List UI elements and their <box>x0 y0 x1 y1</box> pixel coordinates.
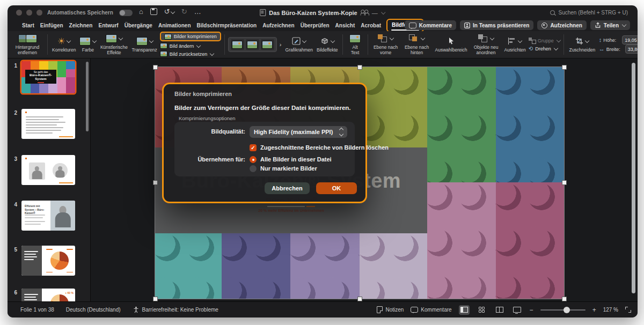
slide-thumbnail-5[interactable] <box>21 246 75 276</box>
home-icon[interactable]: ⌂ <box>139 8 143 16</box>
slide-thumbnail-4[interactable]: Effizient mit System – Büro-Kaizen® <box>21 201 75 231</box>
zoom-slider-knob[interactable] <box>564 307 570 313</box>
color-button[interactable]: Farbe <box>78 36 97 53</box>
picture-styles-gallery[interactable] <box>228 37 277 52</box>
language-selector[interactable]: Deutsch (Deutschland) <box>66 307 121 313</box>
ok-button[interactable]: OK <box>316 182 357 194</box>
artistic-effects-button[interactable]: Künstlerische Effekte <box>99 34 129 56</box>
selection-handle-bottom-middle[interactable] <box>357 297 362 301</box>
selection-handle-bottom-left[interactable] <box>153 297 158 301</box>
tab-uebergaenge[interactable]: Übergänge <box>124 21 153 29</box>
minimize-window-button[interactable] <box>26 10 32 16</box>
zoom-slider[interactable] <box>540 309 586 311</box>
picture-style-2[interactable] <box>246 39 259 50</box>
rotate-icon: ⟲ <box>529 46 533 51</box>
zoom-out-button[interactable]: − <box>530 306 533 314</box>
search-field[interactable]: Suchen (Befehl + STRG + U) <box>550 10 628 16</box>
panel-scrollbar[interactable] <box>86 62 89 131</box>
fit-slide-icon[interactable] <box>625 307 631 313</box>
selection-handle-top-left[interactable] <box>153 65 158 70</box>
selection-handle-middle-left[interactable] <box>153 180 158 185</box>
picture-style-1[interactable] <box>231 39 244 50</box>
undo-icon[interactable]: ↺ <box>164 8 174 16</box>
width-input[interactable]: 33,86 cm <box>625 45 638 54</box>
width-icon: ↔ <box>599 46 605 52</box>
title-chevron-icon[interactable] <box>381 10 385 14</box>
reading-view-button[interactable] <box>494 305 505 315</box>
more-toolbar-icon[interactable]: … <box>194 8 201 16</box>
slide-thumbnail-2[interactable] <box>21 109 75 139</box>
redo-icon[interactable]: ↻ <box>181 8 187 16</box>
autosave-toggle[interactable] <box>119 10 133 16</box>
tab-zeichnen[interactable]: Zeichnen <box>69 21 93 29</box>
bring-forward-icon <box>378 34 388 42</box>
comments-button[interactable]: Kommentare <box>405 20 456 30</box>
cancel-button[interactable]: Abbrechen <box>265 182 310 194</box>
slide-sorter-view-button[interactable] <box>477 305 487 315</box>
search-placeholder: Suchen (Befehl + STRG + U) <box>558 10 628 16</box>
tab-entwurf[interactable]: Entwurf <box>98 21 119 29</box>
send-backward-button[interactable]: Ebene nach hinten <box>402 34 432 56</box>
selection-pane-button[interactable]: Auswahlbereich <box>434 36 469 53</box>
compress-pictures-button[interactable]: Bilder komprimieren <box>164 33 217 40</box>
rotate-button[interactable]: ⟲ Drehen <box>529 45 560 52</box>
selection-handle-top-right[interactable] <box>562 65 567 70</box>
slide-thumbnail-panel: 1 So geht das Büro-Kaizen®-System 2 <box>8 58 91 302</box>
delete-cropped-areas-checkbox[interactable]: ✓ <box>250 144 257 151</box>
notes-button[interactable]: Notizen <box>377 306 404 313</box>
cursor-icon <box>448 37 455 45</box>
normal-view-button[interactable] <box>459 305 470 315</box>
zoom-level[interactable]: 127 % <box>603 307 618 313</box>
save-icon[interactable] <box>150 8 157 15</box>
change-picture-icon <box>160 43 167 49</box>
tab-acrobat[interactable]: Acrobat <box>360 21 382 29</box>
picture-style-3[interactable] <box>261 39 274 50</box>
comments-toggle-button[interactable]: Kommentare <box>411 307 451 313</box>
share-button[interactable]: Teilen <box>590 20 630 30</box>
corrections-button[interactable]: ☀ Korrekturen <box>51 36 77 53</box>
slide-thumbnail-3[interactable] <box>21 155 75 185</box>
radio-selected-pictures[interactable] <box>250 165 257 172</box>
picture-effects-button[interactable]: Bildeffekte <box>316 36 339 53</box>
slideshow-button[interactable] <box>512 305 523 315</box>
crop-button[interactable]: Zuschneiden <box>567 36 597 53</box>
tab-bildschirmpraesentation[interactable]: Bildschirmpräsentation <box>196 21 258 29</box>
zoom-window-button[interactable] <box>36 10 42 16</box>
slide-thumbnail-1[interactable]: So geht das Büro-Kaizen®-System <box>21 61 75 93</box>
alt-text-button[interactable]: Alt Text <box>346 34 364 56</box>
close-window-button[interactable] <box>16 10 22 16</box>
record-button[interactable]: Aufzeichnen <box>537 20 586 30</box>
transparency-button[interactable]: Transparenz <box>130 36 158 53</box>
group-button[interactable]: Gruppe <box>529 37 560 44</box>
zoom-in-button[interactable]: + <box>592 306 596 314</box>
remove-background-button[interactable]: Hintergrund entfernen <box>11 34 44 56</box>
present-in-teams-button[interactable]: In Teams präsentieren <box>460 20 533 30</box>
height-input[interactable]: 19,05 cm <box>622 35 638 45</box>
picture-border-button[interactable]: Grafikrahmen <box>284 36 314 53</box>
radio-all-pictures[interactable] <box>250 156 257 163</box>
gallery-more-button[interactable]: › <box>280 41 282 48</box>
lego-brick-teal <box>155 233 222 299</box>
quality-select[interactable]: High Fidelity (maximale PPI) <box>250 126 347 138</box>
selection-handle-bottom-right[interactable] <box>562 297 567 301</box>
lego-brick-blue <box>496 67 564 182</box>
radio-all-pictures-label: Alle Bilder in dieser Datei <box>260 156 332 162</box>
align-button[interactable]: Ausrichten <box>503 36 527 53</box>
tab-ansicht[interactable]: Ansicht <box>335 21 356 29</box>
tab-animationen[interactable]: Animationen <box>158 21 192 29</box>
transparency-icon <box>136 37 148 46</box>
accessibility-status[interactable]: Barrierefreiheit: Keine Probleme <box>133 306 218 313</box>
top-action-buttons: Kommentare In Teams präsentieren Aufzeic… <box>405 20 630 30</box>
tab-einfuegen[interactable]: Einfügen <box>40 21 64 29</box>
comments-icon <box>411 307 418 313</box>
selection-handle-middle-right[interactable] <box>562 180 567 185</box>
reset-picture-button[interactable]: Bild zurücksetzen <box>160 50 221 57</box>
change-picture-button[interactable]: Bild ändern <box>160 42 221 49</box>
tab-ueberpruefen[interactable]: Überprüfen <box>300 21 330 29</box>
tab-start[interactable]: Start <box>21 21 35 29</box>
canvas-scrollbar[interactable] <box>632 63 635 293</box>
selection-handle-top-middle[interactable] <box>357 65 362 70</box>
reorder-objects-button[interactable]: Objekte neu anordnen <box>471 34 502 56</box>
bring-forward-button[interactable]: Ebene nach vorne <box>371 34 400 56</box>
tab-aufzeichnen[interactable]: Aufzeichnen <box>262 21 295 29</box>
